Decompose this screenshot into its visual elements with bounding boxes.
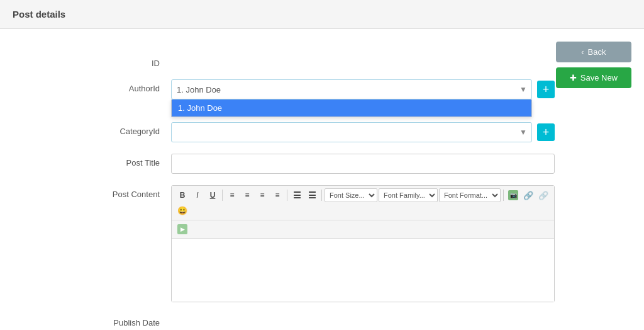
toolbar-sep-4 — [503, 190, 504, 201]
bold-label: B — [180, 191, 186, 200]
toolbar-sep-1 — [222, 190, 223, 201]
underline-label: U — [210, 191, 216, 200]
unordered-list-button[interactable]: ☰ — [305, 188, 319, 202]
page-body: ‹ Back ✚ Save New ID AuthorId 1. John Do… — [0, 29, 644, 330]
align-right-icon: ≡ — [260, 191, 264, 200]
author-dropdown-item[interactable]: 1. John Doe — [172, 100, 531, 117]
back-chevron-icon: ‹ — [581, 47, 584, 57]
link-icon: 🔗 — [523, 191, 533, 200]
toolbar-row2: ▶ — [172, 220, 554, 239]
smiley-button[interactable]: 😀 — [175, 203, 189, 217]
action-buttons: ‹ Back ✚ Save New — [556, 42, 631, 88]
post-content-field: B I U ≡ ≡ — [171, 185, 555, 302]
align-right-button[interactable]: ≡ — [255, 188, 269, 202]
font-size-select[interactable]: Font Size... — [325, 188, 377, 202]
author-select[interactable]: 1. John Doe — [171, 79, 532, 100]
align-left-button[interactable]: ≡ — [225, 188, 239, 202]
align-left-icon: ≡ — [230, 191, 234, 200]
id-field — [171, 54, 555, 59]
italic-button[interactable]: I — [191, 188, 204, 202]
save-new-button[interactable]: ✚ Save New — [556, 67, 631, 88]
unlink-icon: 🔗 — [538, 191, 548, 200]
author-dropdown: 1. John Doe — [171, 100, 532, 117]
author-row: AuthorId 1. John Doe ▼ 1. John Doe + — [89, 79, 555, 100]
post-content-row: Post Content B I U — [89, 185, 555, 302]
post-content-label: Post Content — [89, 185, 171, 199]
publish-date-row: Publish Date — [89, 314, 555, 327]
italic-label: I — [196, 191, 198, 200]
ordered-list-icon: ☰ — [293, 190, 301, 200]
align-center-button[interactable]: ≡ — [240, 188, 254, 202]
id-label: ID — [89, 54, 171, 68]
id-row: ID — [89, 54, 555, 68]
category-field: ▼ + — [171, 122, 555, 142]
author-label: AuthorId — [89, 79, 171, 93]
category-label: CategoryId — [89, 122, 171, 136]
category-select-wrapper: ▼ — [171, 122, 532, 142]
back-button-label: Back — [588, 47, 606, 57]
page-title: Post details — [13, 9, 65, 20]
bold-button[interactable]: B — [175, 188, 189, 202]
category-select[interactable] — [171, 122, 532, 142]
toolbar-sep-2 — [287, 190, 287, 201]
post-title-label: Post Title — [89, 154, 171, 168]
publish-date-label: Publish Date — [89, 314, 171, 327]
smiley-icon: 😀 — [177, 206, 187, 215]
toolbar-sep-3 — [321, 190, 322, 201]
insert-image-button[interactable]: ▶ — [175, 222, 189, 236]
post-title-field — [171, 154, 555, 174]
align-center-icon: ≡ — [245, 191, 249, 200]
author-add-button[interactable]: + — [537, 81, 555, 98]
underline-button[interactable]: U — [206, 188, 219, 202]
image-button[interactable]: 📷 — [506, 188, 520, 202]
align-justify-button[interactable]: ≡ — [270, 188, 284, 202]
unordered-list-icon: ☰ — [308, 190, 316, 200]
post-title-row: Post Title — [89, 154, 555, 174]
align-justify-icon: ≡ — [275, 191, 279, 200]
editor-toolbar: B I U ≡ ≡ — [172, 186, 554, 220]
author-select-wrapper: 1. John Doe ▼ 1. John Doe — [171, 79, 532, 100]
unlink-button[interactable]: 🔗 — [536, 188, 550, 202]
ordered-list-button[interactable]: ☰ — [290, 188, 304, 202]
post-title-input[interactable] — [171, 154, 555, 174]
form-container: ID AuthorId 1. John Doe ▼ 1. John Doe — [77, 48, 567, 330]
category-add-button[interactable]: + — [537, 123, 555, 141]
editor-body[interactable] — [172, 239, 554, 302]
image-icon: 📷 — [508, 190, 518, 200]
save-new-label: Save New — [580, 73, 618, 82]
back-button[interactable]: ‹ Back — [556, 42, 631, 62]
plus-icon: ✚ — [570, 73, 577, 82]
font-format-select[interactable]: Font Format... — [439, 188, 501, 202]
category-row: CategoryId ▼ + — [89, 122, 555, 142]
editor-wrapper: B I U ≡ ≡ — [171, 185, 555, 302]
link-button[interactable]: 🔗 — [521, 188, 535, 202]
font-family-select[interactable]: Font Family... — [379, 188, 438, 202]
insert-image-icon: ▶ — [177, 224, 187, 234]
author-field: 1. John Doe ▼ 1. John Doe + — [171, 79, 555, 100]
page-header: Post details — [0, 0, 644, 29]
